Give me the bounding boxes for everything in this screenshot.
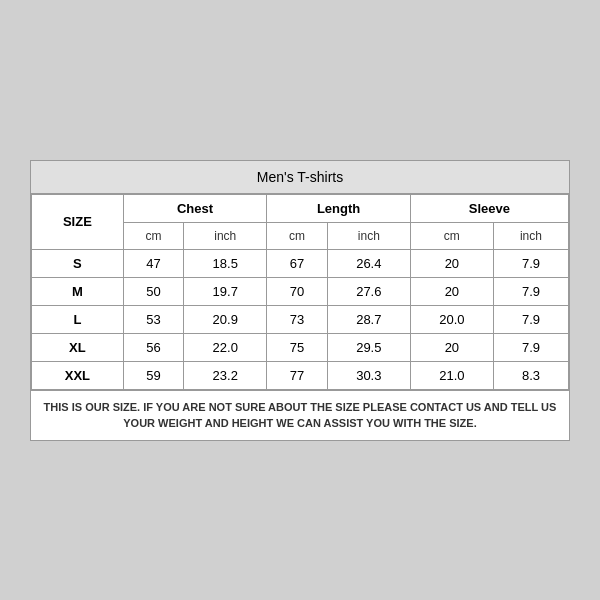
size-cell: S (32, 249, 124, 277)
chest-cm-cell: 56 (123, 333, 184, 361)
sleeve-cm-cell: 20 (410, 333, 493, 361)
length-cm-cell: 77 (267, 361, 328, 389)
length-group-header: Length (267, 194, 411, 222)
size-column-header: SIZE (32, 194, 124, 249)
size-table: SIZE Chest Length Sleeve cm inch cm inch… (31, 194, 569, 390)
length-inch-header: inch (327, 222, 410, 249)
size-cell: L (32, 305, 124, 333)
sleeve-group-header: Sleeve (410, 194, 568, 222)
chest-cm-cell: 47 (123, 249, 184, 277)
length-cm-cell: 73 (267, 305, 328, 333)
length-inch-cell: 29.5 (327, 333, 410, 361)
sleeve-inch-cell: 7.9 (493, 277, 568, 305)
size-cell: XXL (32, 361, 124, 389)
length-inch-cell: 26.4 (327, 249, 410, 277)
chest-cm-cell: 53 (123, 305, 184, 333)
sleeve-cm-cell: 21.0 (410, 361, 493, 389)
table-row: XXL 59 23.2 77 30.3 21.0 8.3 (32, 361, 569, 389)
chest-inch-cell: 19.7 (184, 277, 267, 305)
table-row: M 50 19.7 70 27.6 20 7.9 (32, 277, 569, 305)
sleeve-inch-cell: 7.9 (493, 333, 568, 361)
footer-note: THIS IS OUR SIZE. IF YOU ARE NOT SURE AB… (31, 390, 569, 440)
chest-cm-cell: 50 (123, 277, 184, 305)
sleeve-cm-cell: 20 (410, 249, 493, 277)
length-cm-cell: 75 (267, 333, 328, 361)
size-cell: M (32, 277, 124, 305)
chest-inch-cell: 22.0 (184, 333, 267, 361)
sleeve-inch-cell: 8.3 (493, 361, 568, 389)
sleeve-inch-cell: 7.9 (493, 305, 568, 333)
size-cell: XL (32, 333, 124, 361)
length-inch-cell: 28.7 (327, 305, 410, 333)
sleeve-cm-cell: 20.0 (410, 305, 493, 333)
chest-inch-header: inch (184, 222, 267, 249)
table-title: Men's T-shirts (31, 161, 569, 194)
table-row: XL 56 22.0 75 29.5 20 7.9 (32, 333, 569, 361)
chest-cm-cell: 59 (123, 361, 184, 389)
length-inch-cell: 30.3 (327, 361, 410, 389)
sleeve-cm-cell: 20 (410, 277, 493, 305)
length-cm-header: cm (267, 222, 328, 249)
table-row: S 47 18.5 67 26.4 20 7.9 (32, 249, 569, 277)
sleeve-inch-cell: 7.9 (493, 249, 568, 277)
chest-group-header: Chest (123, 194, 267, 222)
chest-inch-cell: 18.5 (184, 249, 267, 277)
length-cm-cell: 67 (267, 249, 328, 277)
sleeve-inch-header: inch (493, 222, 568, 249)
sleeve-cm-header: cm (410, 222, 493, 249)
length-inch-cell: 27.6 (327, 277, 410, 305)
length-cm-cell: 70 (267, 277, 328, 305)
chest-cm-header: cm (123, 222, 184, 249)
size-chart-card: Men's T-shirts SIZE Chest Length Sleeve … (30, 160, 570, 441)
chest-inch-cell: 23.2 (184, 361, 267, 389)
table-row: L 53 20.9 73 28.7 20.0 7.9 (32, 305, 569, 333)
chest-inch-cell: 20.9 (184, 305, 267, 333)
